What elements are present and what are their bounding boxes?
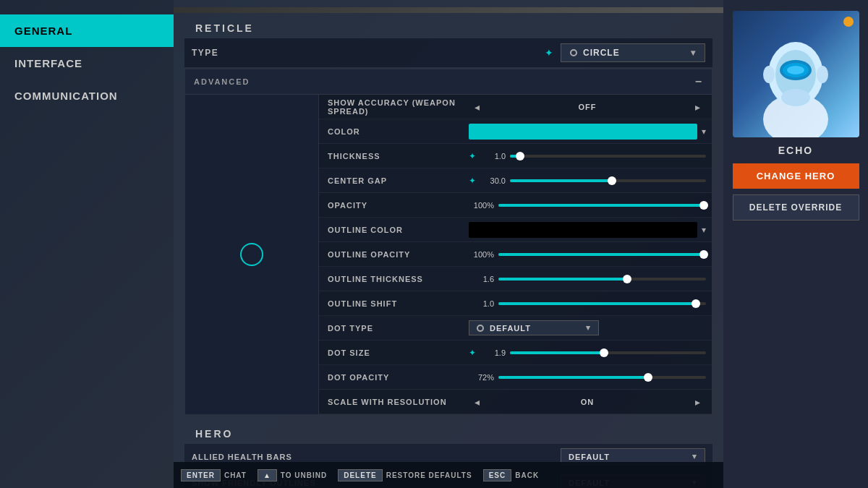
scale-left-arrow-icon[interactable]: ◂ [469, 396, 485, 408]
svg-point-8 [781, 89, 810, 106]
color-chevron-icon[interactable]: ▾ [702, 127, 706, 137]
delete-key: DELETE [338, 469, 382, 481]
allied-health-bars-value: DEFAULT [569, 453, 610, 461]
opacity-label: OPACITY [328, 201, 469, 210]
color-picker[interactable] [469, 124, 697, 140]
outline-thickness-value: 1.6 [469, 275, 494, 283]
type-value: CIRCLE [583, 48, 620, 58]
outline-opacity-fill [498, 253, 706, 256]
dot-size-value: 1.9 [480, 348, 506, 357]
main-content: RETICLE TYPE ✦ CIRCLE ▾ ADVANCED − [174, 0, 723, 488]
thickness-label: THICKNESS [328, 152, 469, 160]
to-unbind-action: TO UNBIND [281, 471, 327, 479]
type-dropdown[interactable]: CIRCLE ▾ [561, 43, 705, 62]
outline-shift-thumb[interactable] [692, 299, 700, 308]
svg-point-6 [763, 66, 775, 83]
advanced-body: SHOW ACCURACY (WEAPON SPREAD) ◂ OFF ▸ CO… [185, 95, 712, 414]
hero-title: HERO [184, 422, 712, 444]
dot-type-dot-icon [477, 325, 484, 332]
color-label: COLOR [328, 127, 469, 136]
dot-opacity-row: DOT OPACITY 72% [319, 365, 712, 390]
center-gap-fill [510, 179, 612, 182]
dot-size-thumb[interactable] [600, 348, 608, 357]
color-row: COLOR ▾ [319, 119, 712, 144]
type-label: TYPE [192, 48, 545, 58]
show-accuracy-toggle: ◂ OFF ▸ [469, 101, 706, 113]
dot-size-label: DOT SIZE [328, 348, 469, 357]
top-decorative-bar [174, 7, 723, 13]
center-gap-row: CENTER GAP ✦ 30.0 [319, 168, 712, 193]
dot-type-label: DOT TYPE [328, 324, 469, 333]
svg-point-7 [817, 66, 828, 83]
type-row: TYPE ✦ CIRCLE ▾ [184, 38, 712, 67]
center-gap-slider[interactable] [510, 179, 706, 182]
sidebar-item-interface[interactable]: INTERFACE [0, 47, 174, 80]
thickness-value: 1.0 [480, 152, 506, 160]
allied-health-chevron-icon: ▾ [692, 452, 697, 461]
right-arrow-icon[interactable]: ▸ [689, 101, 706, 113]
scale-right-arrow-icon[interactable]: ▸ [689, 396, 706, 408]
scale-resolution-value: ON [485, 398, 689, 406]
circle-icon [570, 49, 577, 56]
chevron-down-icon: ▾ [691, 48, 696, 58]
collapse-icon[interactable]: − [695, 75, 703, 88]
outline-shift-row: OUTLINE SHIFT 1.0 [319, 291, 712, 316]
outline-shift-slider[interactable] [498, 302, 706, 305]
left-arrow-icon[interactable]: ◂ [469, 101, 485, 113]
dot-opacity-thumb[interactable] [644, 373, 652, 382]
outline-shift-fill [498, 302, 696, 305]
outline-opacity-slider[interactable] [498, 253, 706, 256]
dot-opacity-slider[interactable] [498, 376, 706, 379]
center-gap-thumb[interactable] [608, 176, 616, 185]
thickness-thumb[interactable] [516, 152, 524, 160]
center-gap-value: 30.0 [480, 176, 506, 185]
settings-list: SHOW ACCURACY (WEAPON SPREAD) ◂ OFF ▸ CO… [319, 95, 712, 414]
hero-portrait [733, 11, 859, 137]
outline-color-picker[interactable] [469, 222, 697, 238]
dot-opacity-label: DOT OPACITY [328, 373, 469, 382]
reticle-section: RETICLE TYPE ✦ CIRCLE ▾ ADVANCED − [184, 17, 712, 415]
preview-area [185, 95, 319, 414]
scale-resolution-row: SCALE WITH RESOLUTION ◂ ON ▸ [319, 390, 712, 414]
dot-type-row: DOT TYPE DEFAULT ▾ [319, 316, 712, 341]
outline-opacity-value: 100% [469, 250, 494, 259]
outline-thickness-label: OUTLINE THICKNESS [328, 275, 469, 283]
dot-size-slider[interactable] [510, 351, 706, 354]
gold-badge-icon [843, 17, 854, 27]
change-hero-button[interactable]: CHANGE HERO [733, 163, 859, 189]
advanced-label: ADVANCED [194, 77, 250, 86]
back-action: BACK [515, 471, 539, 479]
type-star-icon: ✦ [545, 47, 553, 59]
advanced-header[interactable]: ADVANCED − [185, 69, 712, 95]
esc-key: ESC [483, 469, 512, 481]
dot-size-row: DOT SIZE ✦ 1.9 [319, 341, 712, 365]
outline-shift-value: 1.0 [469, 299, 494, 308]
outline-thickness-fill [498, 278, 627, 281]
dot-type-dropdown[interactable]: DEFAULT ▾ [469, 320, 599, 335]
sidebar-item-general[interactable]: GENERAL [0, 14, 174, 47]
allied-health-bars-label: ALLIED HEALTH BARS [192, 453, 561, 461]
svg-point-5 [787, 66, 804, 74]
opacity-thumb[interactable] [699, 201, 708, 210]
opacity-slider[interactable] [498, 204, 706, 207]
dot-type-value: DEFAULT [490, 324, 531, 333]
outline-color-row: OUTLINE COLOR ▾ [319, 218, 712, 242]
outline-thickness-row: OUTLINE THICKNESS 1.6 [319, 267, 712, 291]
thickness-slider[interactable] [510, 155, 706, 158]
outline-color-label: OUTLINE COLOR [328, 226, 469, 234]
sidebar-item-communication[interactable]: COMMUNICATION [0, 80, 174, 112]
outline-shift-label: OUTLINE SHIFT [328, 299, 469, 308]
scale-resolution-label: SCALE WITH RESOLUTION [328, 398, 469, 406]
right-panel: ECHO CHANGE HERO DELETE OVERRIDE [723, 0, 868, 488]
center-gap-label: CENTER GAP [328, 176, 469, 185]
scale-resolution-toggle: ◂ ON ▸ [469, 396, 706, 408]
chat-action: CHAT [224, 471, 247, 479]
restore-defaults-action: RESTORE DEFAULTS [386, 471, 472, 479]
delete-override-button[interactable]: DELETE OVERRIDE [733, 194, 859, 221]
opacity-row: OPACITY 100% [319, 193, 712, 218]
outline-thickness-thumb[interactable] [623, 275, 631, 283]
show-accuracy-value: OFF [485, 103, 689, 111]
outline-opacity-thumb[interactable] [699, 250, 708, 259]
outline-color-chevron-icon[interactable]: ▾ [702, 225, 706, 235]
outline-thickness-slider[interactable] [498, 278, 706, 281]
